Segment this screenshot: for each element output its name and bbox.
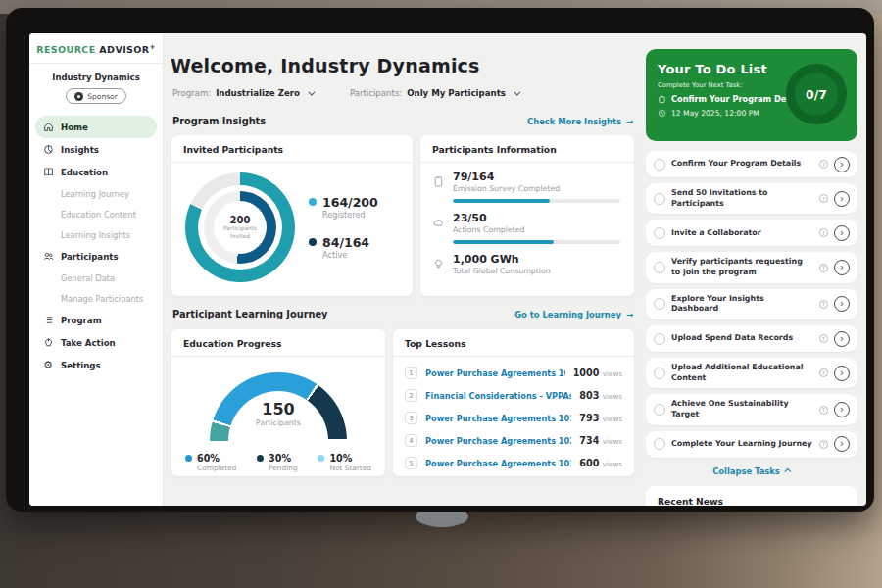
education-gauge: 150 Participants	[210, 372, 347, 441]
checkbox[interactable]	[654, 333, 665, 345]
checkbox[interactable]	[654, 262, 665, 273]
chevron-right-button[interactable]: ›	[834, 366, 850, 381]
lesson-link[interactable]: Power Purchase Agreements 102	[425, 436, 571, 446]
info-icon: ?	[819, 160, 828, 169]
education-progress-title: Education Progress	[172, 329, 385, 357]
chevron-right-button[interactable]: ›	[834, 436, 850, 452]
lesson-rank: 5	[405, 457, 417, 469]
chevron-right-button[interactable]: ›	[834, 402, 850, 417]
participants-filter-label: Participants:	[350, 88, 402, 98]
lesson-rank: 1	[405, 367, 417, 379]
sidebar-item-manage-participants[interactable]: Manage Participants	[35, 288, 157, 309]
program-filter[interactable]: Program: Industrialize Zero	[172, 88, 313, 98]
donut-inner-ring: 200 Participants Invited	[204, 191, 276, 264]
org-name: Industry Dynamics	[29, 73, 163, 82]
gauge-legend: 60% Completed 30% Pending	[172, 441, 385, 472]
dashboard-screen: RESOURCE ADVISOR+ Industry Dynamics Spon…	[29, 33, 866, 506]
participants-filter[interactable]: Participants: Only My Participants	[350, 88, 518, 98]
lesson-rank: 2	[405, 389, 417, 402]
donut-legend: 164/200 Registered 84/164 Active	[309, 195, 378, 260]
task-complete-learning-journey[interactable]: Complete Your Learning Journey ? ›	[646, 431, 858, 458]
chevron-right-button[interactable]: ›	[834, 296, 850, 312]
task-send-invitations[interactable]: Send 50 Invitations to Participants ? ›	[646, 183, 858, 214]
todo-header-card: Your To Do List Complete Your Next Task:…	[646, 49, 858, 141]
scene: RESOURCE ADVISOR+ Industry Dynamics Spon…	[0, 0, 882, 588]
sidebar: RESOURCE ADVISOR+ Industry Dynamics Spon…	[29, 33, 164, 506]
stat-global-consumption: 1,000 GWh Total Global Consumption	[432, 253, 620, 275]
checkbox[interactable]	[654, 159, 665, 171]
lesson-link[interactable]: Power Purchase Agreements 101	[425, 368, 565, 378]
checkbox[interactable]	[654, 227, 665, 239]
legend-dot	[309, 198, 317, 206]
clock-icon	[658, 109, 666, 118]
bulb-icon	[432, 256, 445, 269]
task-upload-spend-data[interactable]: Upload Spend Data Records ? ›	[646, 325, 858, 352]
donut-center: 200 Participants Invited	[214, 201, 267, 254]
sidebar-item-insights[interactable]: Insights	[35, 138, 157, 161]
lesson-link[interactable]: Power Purchase Agreements 101	[425, 414, 571, 423]
lesson-rank: 4	[405, 434, 417, 447]
participants-information-title: Participants Information	[420, 135, 634, 163]
sponsor-badge[interactable]: Sponsor	[66, 88, 126, 104]
task-upload-educational-content[interactable]: Upload Additional Educational Content ? …	[646, 358, 858, 388]
checkbox[interactable]	[654, 298, 665, 310]
task-confirm-program-details[interactable]: Confirm Your Program Details ? ›	[646, 151, 858, 177]
lesson-link[interactable]: Financial Considerations - VPPAs	[425, 391, 571, 401]
book-icon	[42, 167, 54, 178]
chevron-down-icon	[514, 88, 520, 95]
legend-active: 84/164 Active	[309, 235, 378, 260]
info-icon: ?	[819, 368, 828, 377]
lesson-row: 1 Power Purchase Agreements 101 1000 vie…	[405, 362, 622, 384]
chevron-right-button[interactable]: ›	[834, 331, 850, 347]
info-icon: ?	[819, 406, 828, 415]
lesson-row: 4 Power Purchase Agreements 102 734 view…	[405, 429, 622, 452]
task-invite-collaborator[interactable]: Invite a Collaborator ? ›	[646, 220, 858, 246]
info-icon: ?	[819, 440, 828, 449]
top-lessons-card: Top Lessons 1 Power Purchase Agreements …	[393, 329, 634, 476]
legend-not-started: 10% Not Started	[318, 453, 371, 472]
sponsor-icon	[74, 92, 83, 101]
legend-dot	[318, 455, 324, 462]
sidebar-item-settings[interactable]: ⚙ Settings	[35, 354, 157, 376]
go-to-learning-journey-link[interactable]: Go to Learning Journey →	[514, 310, 633, 319]
chevron-right-button[interactable]: ›	[834, 225, 850, 241]
top-lessons-title: Top Lessons	[393, 329, 634, 357]
sidebar-item-home[interactable]: Home	[35, 116, 157, 138]
clipboard-icon	[432, 173, 445, 186]
chevron-right-button[interactable]: ›	[834, 157, 850, 172]
filter-bar: Program: Industrialize Zero Participants…	[172, 88, 518, 98]
chevron-right-button[interactable]: ›	[834, 260, 850, 275]
collapse-tasks-link[interactable]: Collapse Tasks	[646, 466, 858, 476]
checkbox[interactable]	[654, 438, 665, 450]
stat-emission-survey: 79/164 Emission Survey Completed	[432, 171, 620, 203]
sidebar-item-program[interactable]: Program	[35, 309, 157, 331]
task-verify-participants[interactable]: Verify participants requesting to join t…	[646, 252, 858, 282]
pie-chart-icon	[42, 144, 54, 156]
checkbox[interactable]	[654, 193, 665, 205]
chevron-right-button[interactable]: ›	[834, 191, 850, 207]
sidebar-item-general-data[interactable]: General Data	[35, 268, 157, 288]
sidebar-item-learning-journey[interactable]: Learning Journey	[35, 183, 157, 204]
sidebar-item-participants[interactable]: Participants	[35, 245, 157, 268]
people-icon	[42, 251, 54, 263]
sidebar-nav: Home Insights Education Learning Journey…	[29, 112, 163, 380]
sidebar-item-learning-insights[interactable]: Learning Insights	[35, 224, 157, 245]
stat-bar-fill-0	[453, 199, 550, 203]
arrow-right-icon: →	[626, 117, 633, 126]
checkbox[interactable]	[654, 368, 665, 379]
check-more-insights-link[interactable]: Check More Insights →	[527, 117, 633, 126]
task-achieve-sustainability-target[interactable]: Achieve One Sustainability Target ? ›	[646, 394, 858, 424]
take-action-icon	[42, 337, 54, 349]
sidebar-item-education-content[interactable]: Education Content	[35, 204, 157, 224]
task-explore-insights[interactable]: Explore Your Insights Dashboard ? ›	[646, 289, 858, 319]
checkbox[interactable]	[654, 404, 665, 416]
lesson-link[interactable]: Power Purchase Agreements 103	[425, 459, 571, 468]
todo-progress-ring: 0/7	[786, 64, 847, 124]
info-icon: ?	[819, 300, 828, 309]
program-filter-value[interactable]: Industrialize Zero	[216, 88, 300, 98]
program-filter-label: Program:	[172, 88, 211, 98]
participants-filter-value[interactable]: Only My Participants	[407, 88, 506, 98]
sidebar-item-take-action[interactable]: Take Action	[35, 331, 157, 354]
sidebar-item-education[interactable]: Education	[35, 161, 157, 183]
legend-registered: 164/200 Registered	[309, 195, 378, 220]
